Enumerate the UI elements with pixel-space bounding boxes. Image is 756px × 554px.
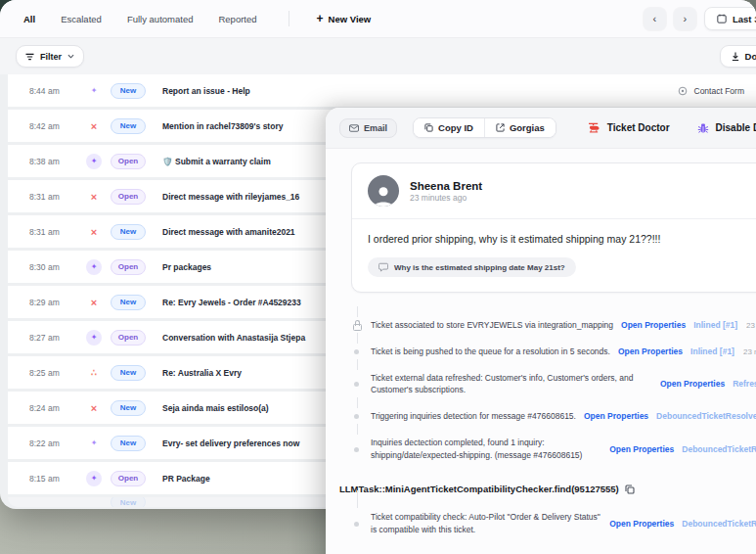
message-header: Sheena Brent 23 minutes ago xyxy=(352,163,756,219)
ticket-time: 8:29 am xyxy=(29,298,86,307)
debug-log-links: Open Properties RefreshTicket xyxy=(660,379,756,389)
open-properties-link[interactable]: Open Properties xyxy=(618,346,683,356)
tab-reported[interactable]: Reported xyxy=(218,14,256,24)
calendar-icon xyxy=(717,14,727,23)
job-link[interactable]: DebouncedTicketResolverJob xyxy=(682,444,756,454)
debug-log-text: Inquiries dectection completed, found 1 … xyxy=(371,437,601,462)
chat-bubble-icon xyxy=(378,262,388,272)
disable-debug-view-label: Disable Debug View xyxy=(716,122,756,133)
chevron-down-icon xyxy=(67,54,74,59)
download-label: Download xyxy=(745,51,756,62)
close-x-icon xyxy=(86,400,102,416)
inlined-link[interactable]: Inlined [#1] xyxy=(690,346,734,356)
ticket-time: 8:25 am xyxy=(29,368,86,378)
status-badge: New xyxy=(111,224,146,240)
detail-toolbar: Email Copy ID Gorgias xyxy=(326,108,756,149)
ticket-doctor-button[interactable]: Ticket Doctor xyxy=(588,122,670,133)
ticket-subject: Pr packages xyxy=(162,262,211,272)
ticket-row[interactable]: 8:44 am New Report an issue - Help Conta… xyxy=(8,74,756,107)
close-x-icon xyxy=(86,295,102,310)
debug-log-entry: Ticket external data refreshed: Customer… xyxy=(351,365,756,404)
open-properties-link[interactable]: Open Properties xyxy=(621,320,686,330)
new-view-button[interactable]: + New View xyxy=(317,13,372,24)
filter-label: Filter xyxy=(40,52,62,62)
email-label: Email xyxy=(364,123,387,133)
prev-page-button[interactable]: ‹ xyxy=(644,8,666,30)
tab-escalated[interactable]: Escalated xyxy=(61,14,102,24)
debug-log-links: Open Properties Inlined [#1] xyxy=(621,320,737,330)
ticket-time: 8:31 am xyxy=(29,192,86,202)
tab-all[interactable]: All xyxy=(23,14,35,24)
ticket-actions-group: Copy ID Gorgias xyxy=(413,117,556,138)
ticket-time: 8:44 am xyxy=(29,86,86,96)
debug-log-text: Triggering inquiries detection for messa… xyxy=(371,410,576,423)
customer-message-card: Sheena Brent 23 minutes ago I ordered pr… xyxy=(351,162,756,293)
automation-sparkle-icon xyxy=(86,83,102,99)
disable-debug-view-button[interactable]: Disable Debug View xyxy=(697,122,756,134)
filter-icon xyxy=(25,53,34,61)
status-badge: New xyxy=(111,295,146,310)
close-x-icon xyxy=(86,224,102,240)
debug-log-entry: Triggering inquiries detection for messa… xyxy=(351,403,756,430)
automation-sparkle-icon xyxy=(86,471,102,486)
sender-name: Sheena Brent xyxy=(410,179,482,194)
copy-id-label: Copy ID xyxy=(438,122,473,133)
ticket-time: 8:22 am xyxy=(29,439,86,448)
ticket-subject: Seja ainda mais estiloso(a) xyxy=(162,403,269,413)
tab-fully-automated[interactable]: Fully automated xyxy=(127,14,194,24)
job-link[interactable]: DebouncedTicketResolverJob xyxy=(656,411,756,421)
dot-icon xyxy=(351,378,363,390)
ticket-time: 8:31 am xyxy=(29,227,86,237)
debug-log-entry: Ticket compatibility check: Auto-Pilot "… xyxy=(351,504,756,543)
debug-log-text: Ticket associated to store EVRYJEWELS vi… xyxy=(371,319,613,332)
copy-icon xyxy=(424,123,433,132)
avatar xyxy=(368,175,399,207)
ticket-time: 8:24 am xyxy=(29,403,86,413)
download-icon xyxy=(732,52,739,61)
debug-log-entry: Ticket associated to store EVRYJEWELS vi… xyxy=(351,312,756,339)
filter-button[interactable]: Filter xyxy=(16,45,84,68)
open-properties-link[interactable]: Open Properties xyxy=(609,444,674,454)
debug-log-text: Ticket compatibility check: Auto-Pilot "… xyxy=(371,511,601,536)
status-badge: New xyxy=(111,497,146,507)
automation-sparkle-icon xyxy=(86,330,102,346)
copy-icon[interactable] xyxy=(625,485,635,494)
detected-inquiry-chip[interactable]: Why is the estimated shipping date May 2… xyxy=(368,257,576,277)
job-link[interactable]: RefreshTicket xyxy=(733,379,756,389)
ticket-subject: Conversation with Anastasija Stjepa xyxy=(162,333,305,343)
close-x-icon xyxy=(86,118,102,134)
message-text: I ordered prior shipping, why is it esti… xyxy=(368,233,756,245)
status-badge: New xyxy=(111,365,146,381)
close-x-icon xyxy=(86,189,102,205)
job-link[interactable]: DebouncedTicketResolverJob xyxy=(682,519,756,529)
copy-id-button[interactable]: Copy ID xyxy=(414,118,484,137)
debug-log-links: Open Properties DebouncedTicketResolverJ… xyxy=(584,411,756,421)
ticket-time: 8:42 am xyxy=(29,121,86,131)
debug-log-entry: Ticket is being pushed to the queue for … xyxy=(351,339,756,365)
next-page-button[interactable]: › xyxy=(674,8,696,30)
view-tabs: All Escalated Fully automated Reported +… xyxy=(23,11,371,26)
topbar-right-controls: ‹ › Last 30 days xyxy=(644,7,756,30)
message-timestamp: 23 minutes ago xyxy=(410,193,482,203)
status-badge: New xyxy=(111,436,146,451)
open-properties-link[interactable]: Open Properties xyxy=(609,519,674,529)
download-button[interactable]: Download xyxy=(720,45,756,68)
email-channel-button[interactable]: Email xyxy=(339,118,397,138)
desktop-background: All Escalated Fully automated Reported +… xyxy=(0,0,756,554)
open-properties-link[interactable]: Open Properties xyxy=(660,379,725,389)
open-in-gorgias-button[interactable]: Gorgias xyxy=(484,118,556,137)
open-properties-link[interactable]: Open Properties xyxy=(584,411,648,421)
filter-bar: Filter Download xyxy=(0,37,756,74)
ticket-subject: 🛡️ Submit a warranty claim xyxy=(162,157,271,166)
date-range-button[interactable]: Last 30 days xyxy=(704,7,756,30)
ticket-subject: Evry- set delivery preferences now xyxy=(162,439,299,448)
channel-label: Contact Form xyxy=(694,86,745,96)
task-header-text: LLMTask::MiniAgentTicketCompatibilityChe… xyxy=(339,484,619,494)
ticket-subject: Mention in rachel73809's story xyxy=(162,121,283,131)
status-badge: New xyxy=(111,400,146,416)
gorgias-label: Gorgias xyxy=(510,122,545,133)
plus-icon: + xyxy=(317,13,324,24)
dot-icon xyxy=(351,443,363,455)
debug-timeline: Ticket associated to store EVRYJEWELS vi… xyxy=(351,312,756,468)
inlined-link[interactable]: Inlined [#1] xyxy=(693,320,737,330)
